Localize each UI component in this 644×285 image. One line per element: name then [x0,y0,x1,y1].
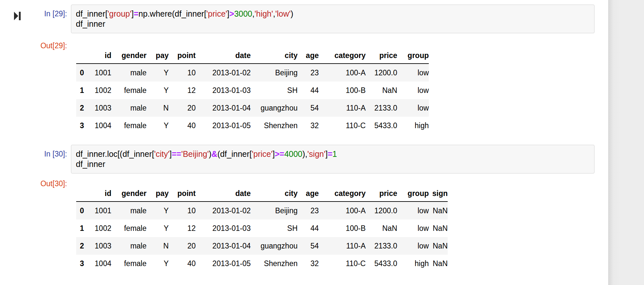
cell-age: 23 [298,202,319,219]
cell-city: guangzhou [251,99,298,117]
code-token-plain: df_inner[ [76,9,107,18]
cell-id: 1003 [84,99,111,117]
cell-id: 1003 [84,237,111,255]
cell-id: 1001 [84,64,111,82]
code-token-operator: == [172,149,181,158]
cell-group: low [397,82,429,99]
code-token-number: 4000 [284,149,302,158]
code-token-string: 'sign' [307,149,325,158]
cell-group: high [397,255,429,272]
column-header-id: id [84,48,111,64]
cell-city: guangzhou [251,237,298,255]
code-line: df_inner['group']=np.where(df_inner['pri… [76,9,590,19]
cell-date: 2013-01-03 [196,82,251,99]
column-header-pay: pay [147,186,169,202]
table-row: 21003maleN202013-01-04guangzhou54110-A21… [76,99,429,117]
cell-age: 54 [298,99,319,117]
cell-group: low [397,202,429,219]
code-token-plain: ) [209,149,211,158]
cell-point: 12 [169,219,196,237]
dataframe-output-30: idgenderpaypointdatecityagecategoryprice… [76,186,448,272]
cell-id: 1002 [84,219,111,237]
code-token-plain: (df_inner[ [217,149,252,158]
dataframe-output-29: idgenderpaypointdatecityagecategoryprice… [76,48,429,134]
cell-city: SH [251,219,298,237]
cell-price: 2133.0 [366,237,397,255]
cell-pay: Y [147,202,169,219]
page-right-margin [608,0,644,285]
cell-pay: Y [147,255,169,272]
column-header-date: date [196,48,251,64]
cell-price: 5433.0 [366,117,397,134]
cell-sign: NaN [429,255,448,272]
cell-date: 2013-01-02 [196,64,251,82]
code-token-plain: ] [273,149,275,158]
table-row: 21003maleN202013-01-04guangzhou54110-A21… [76,237,448,255]
code-token-operator: > [230,9,234,18]
cell-point: 40 [169,117,196,134]
column-header-date: date [196,186,251,202]
column-header-gender: gender [111,186,147,202]
code-token-plain: np.where(df_inner[ [138,9,206,18]
cell-sign: NaN [429,202,448,219]
code-editor-29[interactable]: df_inner['group']=np.where(df_inner['pri… [76,9,590,29]
cell-gender: male [111,237,147,255]
cell-age: 32 [298,117,319,134]
cell-point: 10 [169,202,196,219]
cell-pay: N [147,237,169,255]
column-header-group: group [397,48,429,64]
row-index: 2 [76,237,84,255]
table-row: 01001maleY102013-01-02Beijing23100-A1200… [76,64,429,82]
row-index: 0 [76,64,84,82]
cell-price: 2133.0 [366,99,397,117]
column-header-id: id [84,186,111,202]
code-token-string: 'city' [154,149,169,158]
cell-city: Beijing [251,64,298,82]
row-index: 3 [76,255,84,272]
index-corner [76,48,84,64]
cell-sign: NaN [429,219,448,237]
cell-price: NaN [366,219,397,237]
cell-category: 110-C [319,255,366,272]
cell-gender: female [111,219,147,237]
cell-price: 1200.0 [366,64,397,82]
cell-group: high [397,117,429,134]
code-cell-input-29[interactable]: df_inner['group']=np.where(df_inner['pri… [71,5,595,33]
code-cell-input-30[interactable]: df_inner.loc[(df_inner['city']=='Beijing… [71,145,595,173]
cell-date: 2013-01-04 [196,237,251,255]
cell-point: 40 [169,255,196,272]
column-header-age: age [298,48,319,64]
code-token-string: 'price' [252,149,273,158]
table-row: 31004femaleY402013-01-05Shenzhen32110-C5… [76,255,448,272]
code-token-plain: ) [291,9,293,18]
header-row: idgenderpaypointdatecityagecategoryprice… [76,186,448,202]
code-token-plain: df_inner.loc[(df_inner[ [76,149,154,158]
cell-pay: Y [147,117,169,134]
cell-group: low [397,64,429,82]
input-prompt-30: In [30]: [0,150,67,158]
code-token-plain: , [252,9,255,18]
cell-category: 100-A [319,64,366,82]
code-line: df_inner [76,159,590,169]
cell-gender: female [111,117,147,134]
cell-category: 110-C [319,117,366,134]
cell-gender: female [111,255,147,272]
column-header-gender: gender [111,48,147,64]
row-index: 0 [76,202,84,219]
cell-point: 10 [169,64,196,82]
cell-id: 1001 [84,202,111,219]
notebook-page: In [29]: df_inner['group']=np.where(df_i… [0,0,644,285]
cell-pay: Y [147,82,169,99]
cell-price: NaN [366,82,397,99]
column-header-point: point [169,48,196,64]
code-token-string: 'low' [275,9,290,18]
cell-price: 5433.0 [366,255,397,272]
cell-group: low [397,99,429,117]
output-prompt-30: Out[30]: [0,179,67,188]
table-row: 11002femaleY122013-01-03SH44100-BNaNlowN… [76,219,448,237]
cell-category: 100-B [319,82,366,99]
code-editor-30[interactable]: df_inner.loc[(df_inner['city']=='Beijing… [76,149,590,169]
table-row: 31004femaleY402013-01-05Shenzhen32110-C5… [76,117,429,134]
cell-sign: NaN [429,237,448,255]
cell-age: 23 [298,64,319,82]
